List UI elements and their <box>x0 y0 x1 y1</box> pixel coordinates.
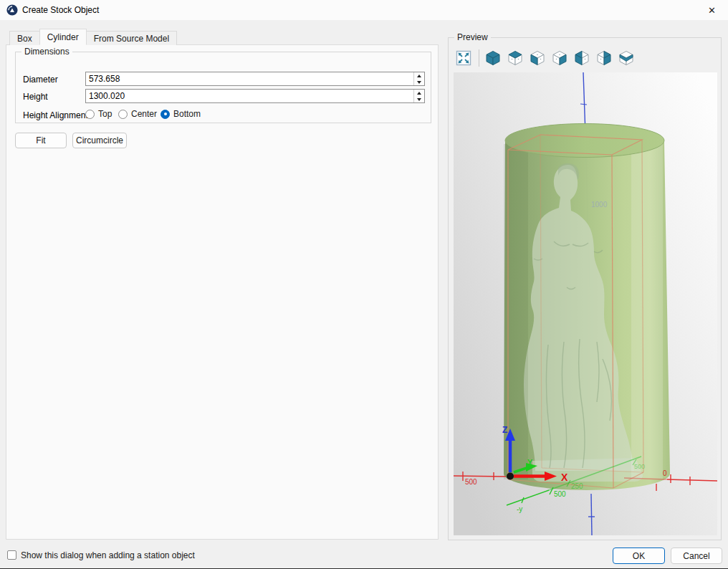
radio-top[interactable] <box>85 110 95 119</box>
height-spin-down[interactable] <box>414 96 424 102</box>
view-right-icon <box>551 49 568 67</box>
fit-view-icon <box>455 49 472 67</box>
radio-center[interactable] <box>118 110 128 119</box>
alignment-option-top[interactable]: Top <box>85 109 112 119</box>
preview-group: Preview <box>448 37 722 540</box>
view-front-icon <box>529 49 546 67</box>
preview-3d-viewport[interactable]: 1250 1000 <box>454 72 717 535</box>
fit-button[interactable]: Fit <box>15 133 67 148</box>
z-axis-label: Z <box>502 425 507 435</box>
ok-button[interactable]: OK <box>613 548 665 564</box>
diameter-label: Diameter <box>23 75 58 85</box>
cylinder-tab-panel: Dimensions Diameter Height Height Alignm… <box>6 44 439 540</box>
height-spinbox <box>85 89 425 103</box>
up-arrow-icon <box>417 75 421 77</box>
x-neg-tick-label: 500 <box>465 478 477 486</box>
titlebar: Create Stock Object ✕ <box>0 0 728 20</box>
view-toolbar <box>455 49 640 67</box>
view-front-button[interactable] <box>529 49 546 67</box>
view-top-button[interactable] <box>507 49 524 67</box>
view-right-button[interactable] <box>551 49 568 67</box>
y-far-tick-label: 500 <box>634 463 645 470</box>
tab-box[interactable]: Box <box>9 31 40 45</box>
down-arrow-icon <box>417 81 421 84</box>
view-isometric-button[interactable] <box>484 49 502 67</box>
diameter-spin-up[interactable] <box>414 72 424 79</box>
z-tick-mid-label: 1000 <box>591 201 608 209</box>
alignment-option-center[interactable]: Center <box>118 109 157 119</box>
preview-legend: Preview <box>454 32 491 42</box>
y-end-label: -y <box>517 505 522 513</box>
y-tick2-label: 250 <box>571 482 583 490</box>
diameter-spinbox <box>85 72 425 86</box>
fit-view-button[interactable] <box>455 49 472 67</box>
radio-bottom-label: Bottom <box>173 109 201 119</box>
dimensions-legend: Dimensions <box>21 47 72 57</box>
view-bottom-button[interactable] <box>618 49 635 67</box>
show-dialog-checkbox[interactable] <box>7 550 16 560</box>
stock-type-tabs: Box Cylinder From Source Model <box>9 29 176 45</box>
create-stock-object-dialog: Create Stock Object ✕ Box Cylinder From … <box>0 0 728 569</box>
view-left-icon <box>573 49 590 67</box>
y-axis-label: Y <box>527 458 533 467</box>
down-arrow-icon <box>417 98 421 101</box>
radio-center-label: Center <box>131 109 157 119</box>
diameter-input[interactable] <box>86 72 413 85</box>
cancel-button[interactable]: Cancel <box>671 548 722 564</box>
tab-from-source-model[interactable]: From Source Model <box>86 31 177 45</box>
height-spin-buttons <box>413 90 424 102</box>
height-spin-up[interactable] <box>414 90 424 96</box>
view-top-icon <box>507 49 524 67</box>
view-left-button[interactable] <box>573 49 590 67</box>
cylinder-right-sheen <box>631 144 663 479</box>
height-label: Height <box>23 92 48 102</box>
up-arrow-icon <box>417 92 421 95</box>
view-back-button[interactable] <box>595 49 613 67</box>
diameter-spin-down[interactable] <box>414 79 424 85</box>
radio-top-label: Top <box>98 109 112 119</box>
app-logo-icon <box>6 4 18 16</box>
view-bottom-icon <box>618 49 635 67</box>
show-dialog-checkbox-label: Show this dialog when adding a station o… <box>21 550 195 560</box>
circumcircle-button[interactable]: Circumcircle <box>72 133 127 148</box>
window-title: Create Stock Object <box>22 5 99 15</box>
close-button[interactable]: ✕ <box>696 0 728 20</box>
x-axis-label: X <box>561 472 568 483</box>
height-alignment-label: Height Alignment <box>23 110 88 120</box>
radio-bottom[interactable] <box>161 110 170 119</box>
diameter-spin-buttons <box>413 72 424 85</box>
alignment-option-bottom[interactable]: Bottom <box>161 109 201 119</box>
y-tick1-label: 500 <box>554 490 566 498</box>
toolbar-separator <box>479 49 479 67</box>
view-isometric-icon <box>484 49 502 67</box>
dimensions-group: Dimensions Diameter Height Height Alignm… <box>15 52 431 123</box>
x-zero-label: 0 <box>663 469 667 477</box>
view-back-icon <box>595 49 613 67</box>
height-input[interactable] <box>86 90 413 102</box>
tab-cylinder[interactable]: Cylinder <box>39 29 87 45</box>
